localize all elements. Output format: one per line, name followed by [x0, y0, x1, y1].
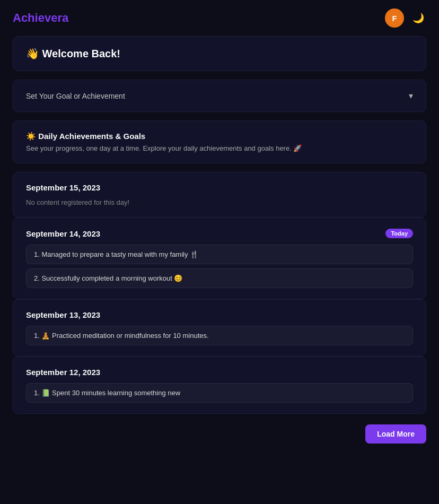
- no-content-text: No content registered for this day!: [26, 198, 413, 206]
- day-cards-container: September 15, 2023No content registered …: [13, 172, 426, 414]
- achievement-item: 1. 🧘 Practiced meditation or mindfulness…: [26, 326, 413, 345]
- achievement-item: 2. Successfully completed a morning work…: [26, 268, 413, 288]
- day-card: September 13, 20231. 🧘 Practiced meditat…: [13, 299, 426, 357]
- day-title: September 15, 2023: [26, 183, 100, 192]
- day-title: September 13, 2023: [26, 310, 100, 319]
- load-more-wrapper: Load More: [13, 424, 426, 444]
- load-more-button[interactable]: Load More: [365, 424, 426, 444]
- app-logo: Achievera: [13, 11, 68, 25]
- day-card: September 12, 20231. 📗 Spent 30 minutes …: [13, 357, 426, 414]
- day-header: September 15, 2023: [26, 183, 413, 192]
- welcome-text: 👋 Welcome Back!: [26, 48, 120, 59]
- today-badge: Today: [385, 229, 413, 238]
- avatar[interactable]: F: [385, 8, 404, 28]
- goal-setter-card[interactable]: Set Your Goal or Achievement ▾: [13, 80, 426, 112]
- daily-section-subtitle: See your progress, one day at a time. Ex…: [26, 144, 413, 152]
- day-header: September 14, 2023Today: [26, 229, 413, 238]
- chevron-down-icon: ▾: [409, 91, 413, 101]
- day-card: September 15, 2023No content registered …: [13, 172, 426, 218]
- day-title: September 12, 2023: [26, 368, 100, 377]
- day-title: September 14, 2023: [26, 229, 100, 238]
- daily-section-title: ☀️ Daily Achievements & Goals: [26, 132, 413, 141]
- day-header: September 13, 2023: [26, 310, 413, 319]
- dark-mode-button[interactable]: 🌙: [410, 10, 426, 26]
- daily-achievements-header-card: ☀️ Daily Achievements & Goals See your p…: [13, 120, 426, 163]
- achievement-item: 1. 📗 Spent 30 minutes learning something…: [26, 383, 413, 403]
- goal-setter-label: Set Your Goal or Achievement: [26, 92, 125, 100]
- main-content: 👋 Welcome Back! Set Your Goal or Achieve…: [0, 36, 439, 465]
- welcome-card: 👋 Welcome Back!: [13, 36, 426, 71]
- day-card: September 14, 2023Today1. Managed to pre…: [13, 218, 426, 299]
- day-header: September 12, 2023: [26, 368, 413, 377]
- header-actions: F 🌙: [385, 8, 426, 28]
- app-header: Achievera F 🌙: [0, 0, 439, 36]
- achievement-item: 1. Managed to prepare a tasty meal with …: [26, 245, 413, 264]
